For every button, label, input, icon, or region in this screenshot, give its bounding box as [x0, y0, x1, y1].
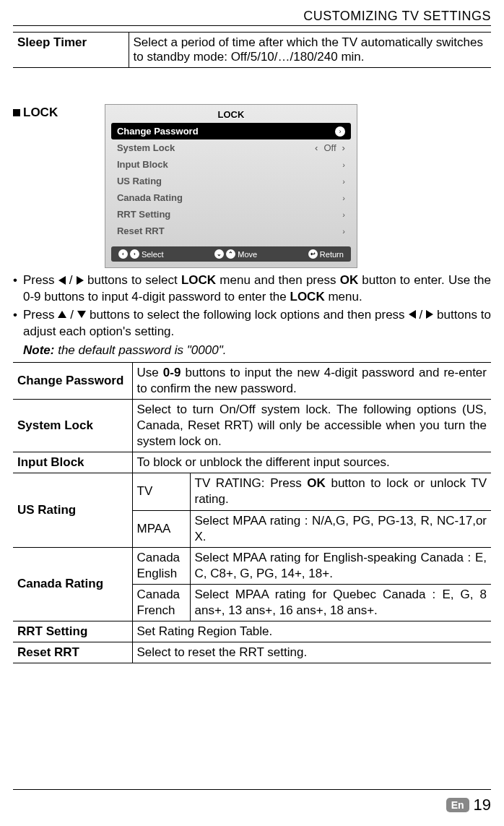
osd-row-input-block[interactable]: Input Block › [111, 156, 351, 173]
triangle-left-icon [409, 310, 416, 319]
language-badge: En [446, 798, 469, 812]
osd-row-label: Reset RRT [117, 225, 342, 236]
osd-row-change-password[interactable]: Change Password › [111, 123, 351, 139]
note: Note: the default password is "0000". [0, 342, 504, 362]
canada-french-sub: Canada French [132, 584, 190, 621]
chevron-right-icon: › [342, 210, 345, 219]
lock-heading: LOCK [13, 106, 58, 120]
page-number: 19 [474, 796, 491, 814]
chevron-right-icon: › [342, 142, 345, 153]
down-icon: ⌄ [214, 249, 224, 259]
triangle-left-icon [58, 276, 66, 285]
chevron-right-icon: › [342, 227, 345, 236]
osd-row-rrt-setting[interactable]: RRT Setting › [111, 206, 351, 223]
lock-options-table: Change Password Use 0-9 buttons to input… [13, 362, 491, 664]
system-lock-desc: Select to turn On/Off system lock. The f… [132, 399, 491, 452]
sleep-timer-table: Sleep Timer Select a period of time afte… [13, 32, 491, 68]
canada-english-sub: Canada English [132, 547, 190, 584]
instruction-1: Press / buttons to select LOCK menu and … [13, 272, 491, 306]
osd-row-canada-rating[interactable]: Canada Rating › [111, 189, 351, 206]
rrt-setting-desc: Set Rating Region Table. [132, 621, 491, 642]
change-password-label: Change Password [13, 362, 132, 399]
triangle-up-icon [58, 311, 66, 318]
osd-row-label: Input Block [117, 159, 342, 170]
triangle-right-icon [426, 310, 433, 319]
up-icon: ⌃ [226, 249, 235, 259]
reset-rrt-desc: Select to reset the RRT setting. [132, 642, 491, 663]
canada-english-desc: Select MPAA rating for English-speaking … [190, 547, 491, 584]
chevron-left-icon: ‹ [315, 142, 318, 153]
osd-row-system-lock[interactable]: System Lock ‹ Off › [111, 139, 351, 156]
us-rating-tv-desc: TV RATING: Press OK button to lock or un… [190, 473, 491, 510]
chevron-right-icon: › [342, 194, 345, 202]
instructions: Press / buttons to select LOCK menu and … [0, 268, 504, 340]
return-icon: ↩ [308, 249, 318, 259]
us-rating-mpaa-sub: MPAA [132, 510, 190, 547]
sleep-timer-label: Sleep Timer [13, 33, 129, 68]
chevron-right-icon: › [335, 126, 345, 137]
osd-row-reset-rrt[interactable]: Reset RRT › [111, 223, 351, 239]
osd-row-us-rating[interactable]: US Rating › [111, 173, 351, 189]
sleep-timer-desc: Select a period of time after which the … [129, 33, 491, 68]
lock-osd: LOCK Change Password › System Lock ‹ Off… [105, 104, 357, 268]
input-block-label: Input Block [13, 452, 132, 473]
osd-footer-select: Select [142, 250, 164, 259]
reset-rrt-label: Reset RRT [13, 642, 132, 663]
osd-row-label: System Lock [117, 142, 315, 153]
chevron-right-icon: › [342, 160, 345, 169]
right-icon: › [130, 249, 139, 259]
instruction-2: Press / buttons to select the following … [13, 307, 491, 340]
page-header: CUSTOMIZING TV SETTINGS [13, 9, 491, 26]
osd-row-label: Change Password [117, 126, 335, 137]
osd-row-label: US Rating [117, 176, 342, 186]
canada-french-desc: Select MPAA rating for Quebec Canada : E… [190, 584, 491, 621]
us-rating-tv-sub: TV [132, 473, 190, 510]
left-icon: ‹ [118, 249, 128, 259]
page-footer: En 19 [13, 789, 491, 814]
osd-footer-move: Move [238, 250, 257, 259]
us-rating-mpaa-desc: Select MPAA rating : N/A,G, PG, PG-13, R… [190, 510, 491, 547]
system-lock-label: System Lock [13, 399, 132, 452]
change-password-desc: Use 0-9 buttons to input the new 4-digit… [132, 362, 491, 399]
osd-row-label: Canada Rating [117, 192, 342, 203]
osd-row-label: RRT Setting [117, 209, 342, 220]
us-rating-label: US Rating [13, 473, 132, 547]
osd-footer-return: Return [320, 250, 344, 259]
chevron-right-icon: › [342, 177, 345, 186]
osd-title: LOCK [105, 105, 357, 123]
canada-rating-label: Canada Rating [13, 547, 132, 621]
input-block-desc: To block or unblock the different input … [132, 452, 491, 473]
rrt-setting-label: RRT Setting [13, 621, 132, 642]
triangle-down-icon [77, 311, 86, 318]
triangle-right-icon [77, 276, 84, 285]
osd-row-value: Off [323, 142, 336, 153]
osd-footer: ‹ › Select ⌄ ⌃ Move ↩ Return [111, 246, 351, 262]
